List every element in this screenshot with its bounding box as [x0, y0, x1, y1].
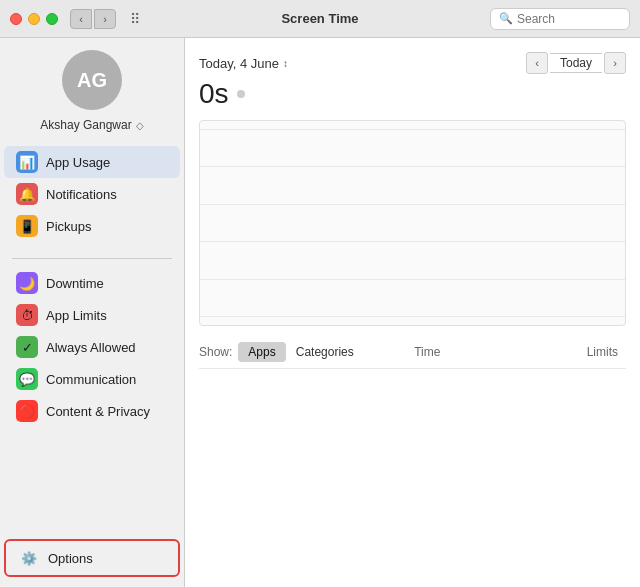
sidebar-label-pickups: Pickups — [46, 219, 92, 234]
sidebar-label-always-allowed: Always Allowed — [46, 340, 136, 355]
col-time: Time — [364, 345, 491, 359]
always-allowed-icon: ✓ — [16, 336, 38, 358]
chart-line — [200, 316, 625, 317]
sidebar-label-app-limits: App Limits — [46, 308, 107, 323]
pickups-icon: 📱 — [16, 215, 38, 237]
traffic-lights — [10, 13, 58, 25]
communication-icon: 💬 — [16, 368, 38, 390]
date-text: Today, 4 June — [199, 56, 279, 71]
sidebar: AG Akshay Gangwar ◇ 📊 App Usage 🔔 Notifi… — [0, 38, 185, 587]
empty-content-area — [199, 369, 626, 573]
sidebar-label-notifications: Notifications — [46, 187, 117, 202]
close-button[interactable] — [10, 13, 22, 25]
date-forward-button[interactable]: › — [604, 52, 626, 74]
app-usage-icon: 📊 — [16, 151, 38, 173]
search-box[interactable]: 🔍 — [490, 8, 630, 30]
main-layout: AG Akshay Gangwar ◇ 📊 App Usage 🔔 Notifi… — [0, 38, 640, 587]
sidebar-bottom: ⚙️ Options — [0, 539, 184, 577]
show-label: Show: — [199, 345, 232, 359]
sidebar-label-options: Options — [48, 551, 93, 566]
forward-button[interactable]: › — [94, 9, 116, 29]
chart-area — [199, 120, 626, 326]
maximize-button[interactable] — [46, 13, 58, 25]
show-bar: Show: Apps Categories Time Limits — [199, 336, 626, 369]
usage-dot — [237, 90, 245, 98]
sidebar-section-main: 📊 App Usage 🔔 Notifications 📱 Pickups — [0, 146, 184, 242]
user-dropdown-icon: ◇ — [136, 120, 144, 131]
sidebar-divider — [12, 258, 172, 259]
app-limits-icon: ⏱ — [16, 304, 38, 326]
nav-buttons: ‹ › — [70, 9, 116, 29]
search-icon: 🔍 — [499, 12, 513, 25]
col-limits: Limits — [491, 345, 626, 359]
sidebar-label-downtime: Downtime — [46, 276, 104, 291]
tab-categories[interactable]: Categories — [286, 342, 364, 362]
downtime-icon: 🌙 — [16, 272, 38, 294]
sidebar-item-always-allowed[interactable]: ✓ Always Allowed — [4, 331, 180, 363]
sidebar-item-communication[interactable]: 💬 Communication — [4, 363, 180, 395]
sidebar-item-app-usage[interactable]: 📊 App Usage — [4, 146, 180, 178]
chart-line — [200, 204, 625, 205]
date-back-button[interactable]: ‹ — [526, 52, 548, 74]
chart-lines — [200, 121, 625, 325]
date-navigation: ‹ Today › — [526, 52, 626, 74]
chart-line — [200, 166, 625, 167]
chart-line — [200, 129, 625, 130]
content-privacy-icon: 🚫 — [16, 400, 38, 422]
sidebar-item-content-privacy[interactable]: 🚫 Content & Privacy — [4, 395, 180, 427]
sidebar-item-options[interactable]: ⚙️ Options — [4, 539, 180, 577]
username-label: Akshay Gangwar — [40, 118, 131, 132]
avatar-section: AG Akshay Gangwar ◇ — [0, 50, 184, 132]
usage-display: 0s — [199, 78, 626, 110]
sidebar-section-settings: 🌙 Downtime ⏱ App Limits ✓ Always Allowed… — [0, 267, 184, 427]
notifications-icon: 🔔 — [16, 183, 38, 205]
search-input[interactable] — [517, 12, 621, 26]
window-title: Screen Time — [281, 11, 358, 26]
back-button[interactable]: ‹ — [70, 9, 92, 29]
date-label: Today, 4 June ↕ — [199, 56, 288, 71]
user-selector[interactable]: Akshay Gangwar ◇ — [40, 118, 143, 132]
sidebar-label-app-usage: App Usage — [46, 155, 110, 170]
chart-line — [200, 279, 625, 280]
chart-line — [200, 241, 625, 242]
usage-time: 0s — [199, 78, 229, 110]
sidebar-item-app-limits[interactable]: ⏱ App Limits — [4, 299, 180, 331]
date-sort-icon[interactable]: ↕ — [283, 58, 288, 69]
content-area: Today, 4 June ↕ ‹ Today › 0s — [185, 38, 640, 587]
avatar: AG — [62, 50, 122, 110]
titlebar: ‹ › ⠿ Screen Time 🔍 — [0, 0, 640, 38]
minimize-button[interactable] — [28, 13, 40, 25]
sidebar-item-notifications[interactable]: 🔔 Notifications — [4, 178, 180, 210]
grid-icon[interactable]: ⠿ — [124, 9, 146, 29]
sidebar-item-pickups[interactable]: 📱 Pickups — [4, 210, 180, 242]
sidebar-label-content-privacy: Content & Privacy — [46, 404, 150, 419]
options-icon: ⚙️ — [18, 547, 40, 569]
sidebar-item-downtime[interactable]: 🌙 Downtime — [4, 267, 180, 299]
content-header: Today, 4 June ↕ ‹ Today › — [199, 52, 626, 74]
sidebar-label-communication: Communication — [46, 372, 136, 387]
today-label: Today — [550, 53, 602, 73]
tab-apps[interactable]: Apps — [238, 342, 285, 362]
